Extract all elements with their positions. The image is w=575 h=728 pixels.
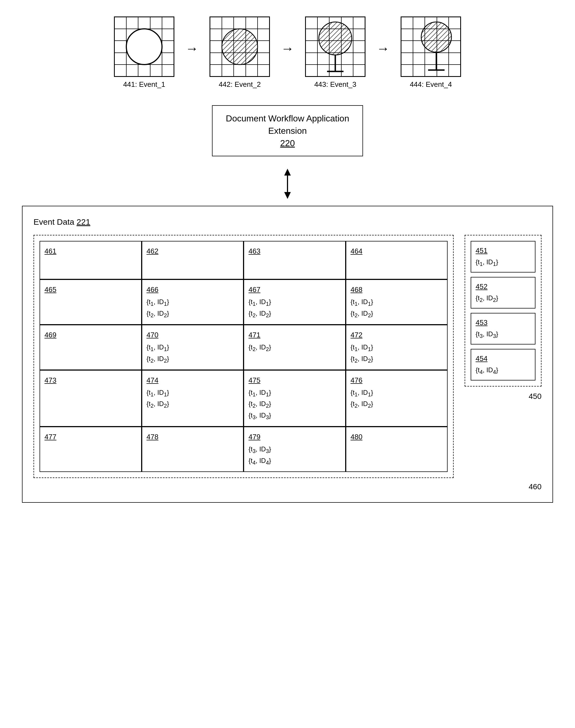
grid-cell bbox=[150, 41, 162, 53]
grid-cell bbox=[138, 65, 150, 76]
event-444-label: 444: Event_4 bbox=[410, 80, 452, 89]
data-cell-463: 463 bbox=[243, 241, 346, 279]
workflow-box: Document Workflow Application Extension … bbox=[212, 105, 363, 156]
grid-cell bbox=[413, 41, 425, 53]
grid-cell bbox=[437, 41, 449, 53]
data-cell-465: 465 bbox=[39, 279, 142, 325]
grid-cell bbox=[126, 65, 138, 76]
grid-cell bbox=[413, 29, 425, 41]
side-cell-454: 454{t4, ID4} bbox=[471, 349, 536, 380]
grid-cell bbox=[341, 53, 353, 65]
event-data-label: Event Data 221 bbox=[34, 217, 541, 227]
grid-cell bbox=[114, 17, 126, 29]
grid-cell bbox=[413, 17, 425, 29]
double-arrow-svg bbox=[279, 167, 296, 200]
grid-cell bbox=[449, 29, 461, 41]
grid-cell bbox=[401, 29, 413, 41]
grid-cell bbox=[449, 41, 461, 53]
grid-cell bbox=[138, 41, 150, 53]
grid-cell bbox=[138, 53, 150, 65]
grid-cell bbox=[425, 29, 437, 41]
event-442: 442: Event_2 bbox=[209, 16, 270, 89]
grid-cell bbox=[234, 65, 245, 76]
side-cell-453: 453{t3, ID3} bbox=[471, 313, 536, 344]
grid-cell bbox=[317, 17, 329, 29]
data-cell-472: 472{t1, ID1}{t2, ID2} bbox=[346, 325, 448, 370]
side-dashed-box-450: 451{t1, ID1}452{t2, ID2}453{t3, ID3}454{… bbox=[465, 235, 541, 386]
grid-cell bbox=[306, 53, 317, 65]
grid-cell bbox=[329, 53, 341, 65]
label-450: 450 bbox=[529, 392, 541, 401]
grid-cell bbox=[162, 41, 174, 53]
event-443-label: 443: Event_3 bbox=[314, 80, 356, 89]
grid-cell bbox=[210, 29, 222, 41]
workflow-line2: Extension bbox=[268, 126, 307, 136]
grid-cell bbox=[425, 65, 437, 76]
grid-cell bbox=[210, 65, 222, 76]
grid-cell bbox=[114, 29, 126, 41]
svg-marker-11 bbox=[284, 192, 291, 199]
data-cell-480: 480 bbox=[346, 427, 448, 472]
grid-cell bbox=[126, 29, 138, 41]
workflow-line1: Document Workflow Application bbox=[226, 113, 349, 123]
grid-cell bbox=[401, 65, 413, 76]
bidirectional-arrow bbox=[22, 167, 553, 200]
event-data-container: Event Data 221 461462463464465466{t1, ID… bbox=[22, 206, 553, 502]
grid-cell bbox=[306, 17, 317, 29]
data-cell-478: 478 bbox=[142, 427, 244, 472]
grid-cell bbox=[210, 17, 222, 29]
grid-cell bbox=[413, 65, 425, 76]
grid-cell bbox=[449, 65, 461, 76]
svg-marker-9 bbox=[284, 169, 291, 175]
event-442-label: 442: Event_2 bbox=[218, 80, 261, 89]
data-cell-471: 471{t2, ID2} bbox=[243, 325, 346, 370]
label-460: 460 bbox=[34, 483, 541, 491]
side-cell-451: 451{t1, ID1} bbox=[471, 241, 536, 272]
grid-cell bbox=[150, 65, 162, 76]
data-cell-469: 469 bbox=[39, 325, 142, 370]
grid-cell bbox=[234, 29, 245, 41]
grid-cell bbox=[341, 29, 353, 41]
grid-cell bbox=[162, 17, 174, 29]
grid-cell bbox=[258, 65, 269, 76]
grid-cell bbox=[425, 53, 437, 65]
grid-cell bbox=[306, 41, 317, 53]
grid-cell bbox=[353, 65, 365, 76]
grid-cell bbox=[317, 29, 329, 41]
arrow-2: → bbox=[281, 41, 294, 56]
grid-cell bbox=[449, 17, 461, 29]
event-444: 444: Event_4 bbox=[401, 16, 461, 89]
grid-cell bbox=[162, 29, 174, 41]
grid-cell bbox=[114, 41, 126, 53]
grid-cell bbox=[162, 53, 174, 65]
event-441: 441: Event_1 bbox=[114, 16, 174, 89]
events-row: 441: Event_1 → bbox=[22, 16, 553, 89]
arrow-3: → bbox=[376, 41, 390, 56]
grid-cell bbox=[114, 65, 126, 76]
grid-cell bbox=[258, 53, 269, 65]
grid-cell bbox=[150, 17, 162, 29]
data-cell-464: 464 bbox=[346, 241, 448, 279]
grid-cell bbox=[317, 41, 329, 53]
event-441-label: 441: Event_1 bbox=[123, 80, 165, 89]
arrow-1: → bbox=[185, 41, 199, 56]
data-cell-467: 467{t1, ID1}{t2, ID2} bbox=[243, 279, 346, 325]
grid-cell bbox=[246, 65, 258, 76]
grid-cell bbox=[234, 53, 245, 65]
grid-cell bbox=[138, 17, 150, 29]
grid-cell bbox=[437, 29, 449, 41]
grid-cell bbox=[401, 17, 413, 29]
data-cell-462: 462 bbox=[142, 241, 244, 279]
grid-cell bbox=[353, 29, 365, 41]
grid-cell bbox=[401, 41, 413, 53]
grid-cell bbox=[341, 65, 353, 76]
grid-cell bbox=[138, 29, 150, 41]
data-cell-470: 470{t1, ID1}{t2, ID2} bbox=[142, 325, 244, 370]
grid-cell bbox=[222, 17, 234, 29]
grid-cell bbox=[317, 53, 329, 65]
data-cell-479: 479{t3, ID3}{t4, ID4} bbox=[243, 427, 346, 472]
grid-cell bbox=[425, 41, 437, 53]
grid-cell bbox=[126, 41, 138, 53]
grid-cell bbox=[258, 17, 269, 29]
data-cell-468: 468{t1, ID1}{t2, ID2} bbox=[346, 279, 448, 325]
